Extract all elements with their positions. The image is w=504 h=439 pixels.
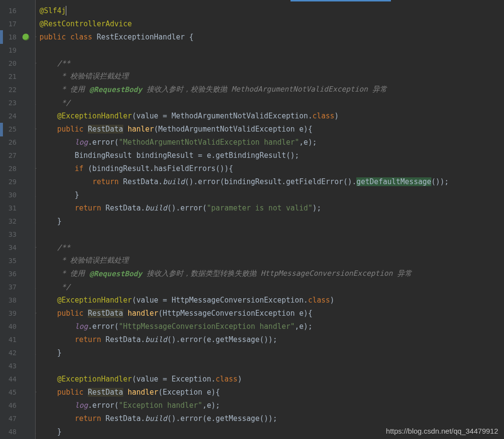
code-line[interactable]: [36, 359, 504, 372]
line-number: 35: [0, 257, 17, 265]
gutter-icon-slot: [17, 43, 35, 57]
fold-collapse-icon[interactable]: −: [35, 34, 38, 40]
code-line[interactable]: ⌞ }: [36, 188, 504, 201]
token-cmt: */: [57, 98, 70, 107]
token-cls: ): [334, 112, 339, 120]
code-line[interactable]: * 校验错误拦截处理: [36, 70, 504, 83]
code-line[interactable]: @ExceptionHandler(value = Exception.clas…: [36, 372, 504, 385]
code-line[interactable]: * 校验错误拦截处理: [36, 254, 504, 267]
code-line[interactable]: @RestControllerAdvice: [36, 17, 504, 30]
gutter-row: 33: [0, 228, 35, 241]
gutter-icon-slot: [17, 30, 35, 43]
fold-end-icon[interactable]: ⌞: [35, 429, 38, 435]
code-line[interactable]: @ExceptionHandler(value = MethodArgument…: [36, 109, 504, 122]
code-line[interactable]: return RestData.build().error(e.getMessa…: [36, 333, 504, 346]
code-line[interactable]: ⌞ */: [36, 280, 504, 293]
code-line[interactable]: ⌞ }: [36, 346, 504, 359]
code-line[interactable]: [36, 228, 504, 241]
fold-end-icon[interactable]: ⌞: [35, 350, 38, 356]
token-hl: RestData: [88, 388, 123, 397]
indent: [39, 112, 57, 120]
indent: [39, 375, 57, 383]
token-kw: return: [75, 335, 105, 344]
code-line[interactable]: ⌞ }: [36, 214, 504, 228]
token-itl: build: [145, 335, 167, 344]
code-line[interactable]: [36, 43, 504, 57]
token-cls: [123, 125, 128, 134]
code-line[interactable]: ⌞ */: [36, 96, 504, 109]
token-str: "MethodArgumentNotValidException handler…: [119, 138, 299, 147]
gutter-row: 42: [0, 346, 35, 359]
code-line[interactable]: log.error("MethodArgumentNotValidExcepti…: [36, 135, 504, 149]
code-line[interactable]: − /**: [36, 241, 504, 254]
line-number: 20: [0, 59, 17, 67]
fold-end-icon[interactable]: ⌞: [35, 192, 38, 198]
gutter-icon-slot: [17, 267, 35, 280]
indent: [39, 414, 75, 423]
token-cls: }: [57, 427, 61, 436]
code-line[interactable]: log.error("Exception handler",e);: [36, 399, 504, 412]
fold-collapse-icon[interactable]: −: [35, 166, 38, 172]
line-number: 34: [0, 244, 17, 251]
code-line[interactable]: −public class RestExceptionHandler {: [36, 30, 504, 43]
code-line[interactable]: return RestData.build().error(e.getMessa…: [36, 412, 504, 425]
line-number: 48: [0, 428, 17, 436]
token-cmt: */: [57, 283, 70, 291]
token-hl: RestData: [88, 125, 123, 134]
gutter-icon-slot: [17, 96, 35, 109]
fold-end-icon[interactable]: ⌞: [35, 100, 38, 106]
token-cls: (bindingResult.hasFieldErrors()){: [88, 164, 233, 173]
code-line[interactable]: return RestData.build().error(bindingRes…: [36, 175, 504, 188]
code-line[interactable]: − public RestData handler(Exception e){: [36, 385, 504, 399]
indent: [39, 125, 57, 134]
indent: [39, 204, 75, 212]
gutter-row: 16: [0, 4, 35, 17]
gutter-row: 40: [0, 320, 35, 333]
gutter-row: 30: [0, 188, 35, 201]
fold-end-icon[interactable]: ⌞: [35, 284, 38, 290]
code-line[interactable]: BindingResult bindingResult = e.getBindi…: [36, 149, 504, 162]
line-number: 42: [0, 349, 17, 357]
gutter-row: 23: [0, 96, 35, 109]
gutter-icon-slot: [17, 254, 35, 267]
gutter-row: 28: [0, 162, 35, 175]
token-cls: BindingResult bindingResult = e.getBindi…: [75, 151, 299, 160]
line-number: 29: [0, 178, 17, 186]
token-str: "Exception handler": [119, 401, 203, 410]
code-line[interactable]: − public RestData handler(HttpMessageCon…: [36, 306, 504, 320]
indent: [39, 164, 75, 173]
fold-end-icon[interactable]: ⌞: [35, 218, 38, 224]
code-line[interactable]: − if (bindingResult.hasFieldErrors()){: [36, 162, 504, 175]
line-number: 16: [0, 7, 17, 15]
code-line[interactable]: log.error("HttpMessageConversionExceptio…: [36, 320, 504, 333]
line-number: 32: [0, 217, 17, 225]
code-line[interactable]: @ExceptionHandler(value = HttpMessageCon…: [36, 293, 504, 306]
line-number: 47: [0, 415, 17, 422]
code-line[interactable]: @Slf4j: [36, 4, 504, 17]
code-line[interactable]: − public RestData hanler(MethodArgumentN…: [36, 122, 504, 135]
token-mth: handler: [128, 309, 158, 318]
gutter-icon-slot: [17, 4, 35, 17]
token-cmt-tag: @RequestBody: [89, 269, 142, 278]
code-line[interactable]: * 使用 @RequestBody 接收入参时，数据类型转换失败抛 HttpMe…: [36, 267, 504, 280]
token-cmt: * 校验错误拦截处理: [57, 256, 129, 265]
code-line[interactable]: return RestData.build().error("parameter…: [36, 201, 504, 214]
token-cls: }: [75, 191, 79, 199]
fold-collapse-icon[interactable]: −: [35, 389, 38, 395]
gutter-icon-slot: [17, 17, 35, 30]
code-area[interactable]: @Slf4j@RestControllerAdvice−public class…: [35, 0, 504, 439]
spring-bean-icon[interactable]: [22, 34, 29, 40]
token-cmt: /**: [57, 243, 70, 252]
fold-collapse-icon[interactable]: −: [35, 126, 38, 132]
code-line[interactable]: − /**: [36, 57, 504, 70]
gutter-row: 36: [0, 267, 35, 280]
fold-collapse-icon[interactable]: −: [35, 245, 38, 250]
line-number: 41: [0, 336, 17, 344]
fold-collapse-icon[interactable]: −: [35, 60, 38, 66]
code-line[interactable]: * 使用 @RequestBody 接收入参时，校验失败抛 MethodArgu…: [36, 83, 504, 96]
token-ann: @ExceptionHandler: [57, 375, 132, 383]
token-mth: hanler: [128, 125, 154, 134]
fold-collapse-icon[interactable]: −: [35, 310, 38, 316]
token-cls: RestData.: [105, 204, 145, 212]
gutter-icon-slot: [17, 175, 35, 188]
